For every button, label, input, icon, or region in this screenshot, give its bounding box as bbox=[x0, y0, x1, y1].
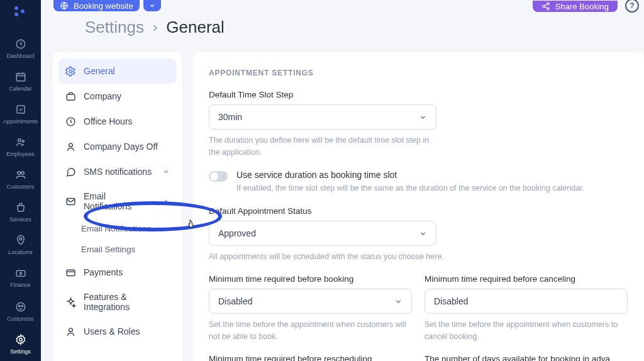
settings-item-label: Email Notifications bbox=[84, 191, 155, 211]
sparkle-icon bbox=[65, 296, 76, 308]
breadcrumb-current: General bbox=[166, 18, 225, 37]
settings-item-payments[interactable]: Payments bbox=[58, 260, 176, 285]
customers-icon bbox=[14, 169, 27, 181]
finance-icon bbox=[14, 267, 27, 279]
chevron-up-icon bbox=[162, 197, 170, 205]
svg-point-1 bbox=[14, 13, 18, 16]
field-label-min-cancel: Minimum time required before canceling bbox=[425, 274, 628, 284]
field-label-status: Default Appointment Status bbox=[209, 206, 628, 216]
help-button[interactable]: ? bbox=[625, 0, 639, 13]
nav-settings[interactable]: Settings bbox=[0, 328, 41, 361]
svg-point-12 bbox=[19, 272, 21, 274]
settings-item-features[interactable]: Features & Integrations bbox=[58, 285, 176, 319]
field-label-min-resched: Minimum time required before reschedulin… bbox=[209, 354, 412, 362]
svg-point-10 bbox=[19, 238, 22, 240]
field-label-days-avail: The number of days available for booking… bbox=[425, 354, 628, 362]
settings-sub-email-notifications[interactable]: Email Notifications bbox=[58, 218, 176, 239]
nav-dashboard[interactable]: Dashboard bbox=[0, 33, 41, 65]
booking-website-dropdown[interactable] bbox=[143, 0, 161, 11]
select-value: 30min bbox=[218, 112, 242, 122]
svg-point-9 bbox=[21, 172, 24, 175]
days-off-icon bbox=[65, 141, 76, 152]
settings-item-label: Features & Integrations bbox=[84, 292, 170, 312]
briefcase-icon bbox=[65, 91, 76, 102]
nav-label: Settings bbox=[10, 348, 31, 355]
nav-locations[interactable]: Locations bbox=[0, 229, 41, 262]
svg-point-6 bbox=[18, 139, 21, 142]
settings-side-menu: General Company Office Hours Company Day… bbox=[52, 52, 182, 361]
toggle-label: Use service duration as booking time slo… bbox=[236, 170, 584, 180]
chevron-down-icon bbox=[149, 3, 155, 9]
min-cancel-select[interactable]: Disabled bbox=[425, 289, 628, 314]
timeslot-select[interactable]: 30min bbox=[209, 104, 436, 130]
nav-label: Customers bbox=[7, 184, 35, 190]
settings-item-users-roles[interactable]: Users & Roles bbox=[58, 319, 176, 344]
dashboard-icon bbox=[14, 38, 27, 50]
svg-point-27 bbox=[69, 328, 72, 331]
nav-label: Dashboard bbox=[6, 53, 34, 59]
nav-label: Finance bbox=[10, 282, 30, 288]
nav-employees[interactable]: Employees bbox=[0, 131, 41, 164]
nav-customers[interactable]: Customers bbox=[0, 164, 41, 196]
settings-sub-email-settings[interactable]: Email Settings bbox=[58, 239, 176, 260]
help-text: All appointments will be scheduled with … bbox=[209, 251, 628, 263]
svg-point-24 bbox=[69, 143, 72, 147]
share-booking-label: Share Booking bbox=[555, 2, 609, 11]
settings-item-days-off[interactable]: Company Days Off bbox=[58, 134, 176, 159]
service-duration-toggle[interactable] bbox=[209, 171, 228, 182]
settings-item-label: SMS notifications bbox=[84, 167, 152, 177]
svg-point-16 bbox=[19, 338, 22, 342]
nav-appointments[interactable]: Appointments bbox=[0, 98, 41, 131]
booking-website-label: Booking website bbox=[74, 1, 133, 11]
svg-point-8 bbox=[17, 172, 20, 175]
svg-point-7 bbox=[22, 140, 24, 142]
svg-point-18 bbox=[547, 3, 549, 5]
settings-form-panel: APPOINTMENT SETTINGS Default Time Slot S… bbox=[192, 52, 644, 361]
nav-finance[interactable]: Finance bbox=[0, 262, 41, 294]
nav-label: Appointments bbox=[3, 118, 38, 125]
svg-point-19 bbox=[542, 5, 545, 8]
status-select[interactable]: Approved bbox=[209, 221, 436, 246]
clock-icon bbox=[65, 116, 76, 127]
settings-item-company[interactable]: Company bbox=[58, 84, 176, 109]
help-text: The duration you define here will be the… bbox=[209, 135, 436, 158]
settings-item-general[interactable]: General bbox=[58, 58, 176, 84]
gear-icon bbox=[65, 65, 76, 77]
appointments-icon bbox=[14, 103, 27, 116]
select-value: Disabled bbox=[218, 296, 252, 306]
svg-rect-11 bbox=[16, 270, 25, 276]
min-booking-select[interactable]: Disabled bbox=[209, 289, 412, 314]
app-logo-icon bbox=[13, 5, 28, 20]
employees-icon bbox=[14, 136, 27, 148]
settings-item-email-notifications[interactable]: Email Notifications bbox=[58, 184, 176, 218]
gear-icon bbox=[14, 333, 27, 346]
settings-item-label: Users & Roles bbox=[84, 326, 140, 336]
breadcrumb-separator: › bbox=[153, 19, 157, 36]
share-booking-button[interactable]: Share Booking bbox=[533, 1, 618, 12]
nav-label: Customize bbox=[7, 316, 34, 322]
settings-item-label: General bbox=[84, 66, 115, 76]
cursor-pointer-icon bbox=[186, 218, 196, 230]
breadcrumb-parent[interactable]: Settings bbox=[85, 18, 144, 37]
chevron-down-icon bbox=[162, 168, 170, 175]
help-text: If enabled, the time slot step will be t… bbox=[236, 182, 584, 194]
svg-point-2 bbox=[21, 9, 25, 13]
mail-icon bbox=[65, 196, 76, 207]
card-icon bbox=[65, 267, 76, 278]
nav-customize[interactable]: Customize bbox=[0, 296, 41, 328]
svg-point-14 bbox=[18, 305, 19, 306]
svg-point-21 bbox=[69, 70, 72, 72]
settings-item-office-hours[interactable]: Office Hours bbox=[58, 109, 176, 134]
topbar-left: Booking website bbox=[53, 0, 161, 11]
settings-item-sms[interactable]: SMS notifications bbox=[58, 159, 176, 184]
services-icon bbox=[14, 201, 27, 214]
svg-rect-22 bbox=[67, 94, 75, 99]
booking-website-button[interactable]: Booking website bbox=[53, 0, 140, 11]
nav-label: Services bbox=[9, 216, 31, 223]
svg-point-13 bbox=[16, 303, 25, 311]
location-icon bbox=[14, 234, 27, 247]
nav-services[interactable]: Services bbox=[0, 196, 41, 229]
nav-label: Locations bbox=[8, 249, 33, 255]
nav-calendar[interactable]: Calendar bbox=[0, 65, 41, 98]
topbar-right: Share Booking ? bbox=[533, 0, 639, 13]
